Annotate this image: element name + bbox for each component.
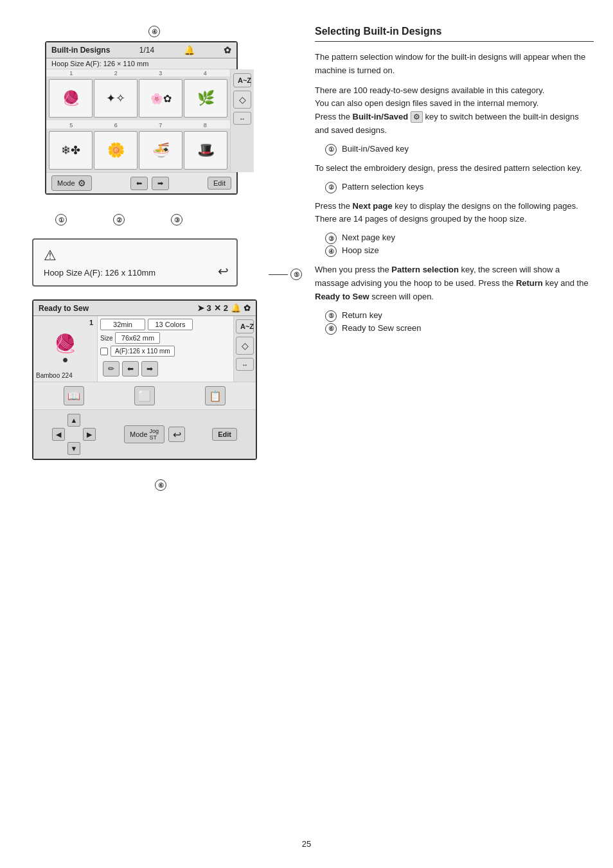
numbered-item-2: ② Pattern selection keys (315, 182, 594, 193)
built-in-title: Built-in Designs (51, 46, 110, 55)
num7: 7 (159, 122, 162, 128)
ready-header-icons: ➤ 3 ✕ 2 🔔 ✿ (197, 303, 251, 313)
section-title: Selecting Built-in Designs (315, 26, 594, 42)
paragraph-1: The pattern selection window for the bui… (315, 51, 594, 78)
edit-label-ready: Edit (218, 430, 231, 438)
ready-screen: Ready to Sew ➤ 3 ✕ 2 🔔 ✿ 1 🧶 (32, 299, 257, 460)
mode-label: Mode (57, 179, 75, 187)
paragraph-3: To select the embroidery design, press t… (315, 162, 594, 175)
pattern-preview: 1 🧶 ● Bamboo 224 (33, 316, 98, 382)
ready-header: Ready to Sew ➤ 3 ✕ 2 🔔 ✿ (33, 301, 256, 316)
pattern-grid: 🧶 ✦✧ 🌸✿ 🌿 (46, 76, 230, 120)
ready-to-sew-bold: Ready to Sew (315, 292, 369, 301)
pencil-icon-btn[interactable]: ✏ (103, 361, 120, 376)
pattern-cell-2[interactable]: ✦✧ (94, 79, 138, 118)
mode-button[interactable]: Mode ⚙ (51, 175, 92, 191)
mode-label-ready: Mode (130, 430, 148, 438)
page-indicator: 1/14 (139, 46, 154, 55)
bottom-labels-row1: ① ② ③ (19, 214, 218, 226)
pattern-cell-1[interactable]: 🧶 (49, 79, 93, 118)
built-in-screen-wrapper: Built-in Designs 1/14 🔔 ✿ Hoop Size A(F)… (45, 41, 257, 195)
annotation-1: ① (55, 214, 67, 226)
built-in-screen: Built-in Designs 1/14 🔔 ✿ Hoop Size A(F)… (45, 41, 238, 195)
prev-icon: ⬅ (136, 179, 142, 188)
annotation-1-item: ① (55, 214, 67, 226)
return-arrow-area: ↩ (218, 263, 229, 279)
page-number: 25 (302, 839, 311, 849)
size-row: Size 76x62 mm (100, 332, 231, 344)
return-btn-ready[interactable]: ↩ (168, 427, 185, 442)
p1-text: The pattern selection window for the bui… (315, 52, 585, 75)
ready-az-btn[interactable]: A~Z (236, 319, 254, 333)
pattern-icon-2: ✦✧ (106, 91, 125, 105)
time-box: 32min (100, 319, 145, 330)
item-num-5: ⑤ (325, 310, 337, 322)
action-icons-row: 📖 ⬜ 📋 (33, 382, 256, 409)
pattern-name: Bamboo 224 (36, 372, 73, 379)
ready-diamond-btn[interactable]: ◇ (236, 337, 254, 355)
warning-icon: ⚠ (44, 247, 226, 264)
ready-scroll-btn[interactable]: ↔ (236, 358, 254, 371)
num8: 8 (204, 122, 207, 128)
ctrl-left-btn[interactable]: ⬅ (122, 361, 139, 376)
ready-screen-wrapper: Ready to Sew ➤ 3 ✕ 2 🔔 ✿ 1 🧶 (32, 299, 270, 460)
pattern-cell-3[interactable]: 🌸✿ (139, 79, 182, 118)
pattern-selection-bold: Pattern selection (391, 265, 459, 274)
paragraph-2: There are 100 ready-to-sew designs avail… (315, 84, 594, 137)
edit-button[interactable]: Edit (208, 177, 231, 190)
crop-icon-btn[interactable]: ⬜ (134, 386, 155, 405)
numbered-item-3: ③ Next page key (315, 233, 594, 244)
numbered-item-1: ① Built-in/Saved key (315, 144, 594, 155)
numbered-item-5: ⑤ Return key (315, 310, 594, 322)
num2: 2 (114, 70, 118, 76)
num6: 6 (114, 122, 118, 128)
item-num-2: ② (325, 182, 337, 193)
size-label: Size (100, 335, 112, 342)
p3-text: You can also open design files saved in … (315, 98, 538, 108)
hoop-checkbox[interactable] (100, 348, 108, 355)
pattern-cell-6[interactable]: 🌼 (94, 131, 138, 170)
item-text-2: Pattern selection keys (342, 182, 423, 191)
pattern-cell-8[interactable]: 🎩 (184, 131, 227, 170)
next-page-bold: Next page (353, 201, 393, 211)
pattern-cell-5[interactable]: ❄✤ (49, 131, 93, 170)
item-num-4: ④ (325, 245, 337, 257)
numbered-item-4: ④ Hoop size (315, 245, 594, 257)
paragraph-5: When you press the Pattern selection key… (315, 263, 594, 303)
ready-title: Ready to Sew (39, 304, 89, 313)
right-panel: Selecting Built-in Designs The pattern s… (302, 26, 594, 842)
item-num-1: ① (325, 144, 337, 155)
annotation-6: ⑥ (155, 479, 166, 491)
next-icon: ➡ (157, 179, 163, 188)
book-icon-btn[interactable]: 📖 (64, 386, 84, 405)
nav-buttons: ⬅ ➡ (130, 177, 169, 190)
annotation-3: ③ (171, 214, 182, 226)
nav-down-btn[interactable]: ▼ (67, 442, 80, 455)
hoop-row: A(F):126 x 110 mm (100, 346, 231, 357)
ctrl-btns: ✏ ⬅ ➡ (100, 359, 231, 379)
next-button[interactable]: ➡ (152, 177, 169, 190)
pattern-icon-7: 🍜 (152, 142, 170, 159)
edit-btn-ready[interactable]: Edit (212, 428, 237, 441)
item-num-6: ⑥ (325, 323, 337, 335)
ready-body: 1 🧶 ● Bamboo 224 32min 13 Colors Size (33, 316, 256, 382)
built-in-screen-header: Built-in Designs 1/14 🔔 ✿ (46, 42, 236, 58)
diamond-button[interactable]: ◇ (233, 91, 251, 109)
mode-btn-ready[interactable]: Mode JogST (124, 425, 164, 443)
scroll-button[interactable]: ↔ (233, 112, 251, 125)
nav-left-btn[interactable]: ◀ (52, 428, 65, 441)
cross-icon: ✕ (214, 303, 221, 313)
az-button[interactable]: A~Z (233, 73, 251, 87)
pattern-cell-7[interactable]: 🍜 (139, 131, 182, 170)
pattern-icon-1: 🧶 (62, 90, 80, 107)
nav-up-btn[interactable]: ▲ (67, 414, 80, 427)
pattern-icon-4: 🌿 (197, 90, 215, 107)
nav-right-btn[interactable]: ▶ (83, 428, 96, 441)
arrow-icon: ➤ (197, 303, 204, 313)
preview-dot: ● (62, 354, 69, 366)
pattern-cell-4[interactable]: 🌿 (184, 79, 227, 118)
prev-button[interactable]: ⬅ (130, 177, 148, 190)
copy-icon-btn[interactable]: 📋 (205, 386, 226, 405)
ready-nav: ◀ ▲ ▶ ▼ Mode JogST ↩ Edit (33, 409, 256, 459)
ctrl-right-btn[interactable]: ➡ (141, 361, 158, 376)
